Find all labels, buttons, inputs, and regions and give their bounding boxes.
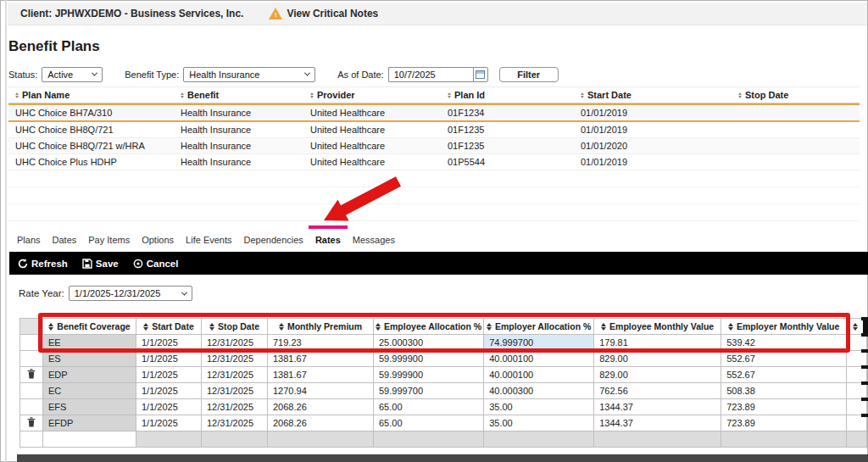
benefit-type-select[interactable]: Health Insurance [183, 67, 315, 82]
column-header-monthly-premium[interactable]: Monthly Premium [268, 319, 374, 335]
rates-row: EC 1/1/2025 12/31/2025 1270.94 59.999700… [20, 383, 867, 399]
tab-rates[interactable]: Rates [314, 234, 342, 246]
column-header-start-date[interactable]: Start Date [574, 90, 732, 100]
monthly-premium-cell[interactable]: 2068.26 [268, 399, 374, 415]
employee-monthly-value-cell[interactable]: 1344.37 [594, 415, 721, 431]
tab-pay-items[interactable]: Pay Items [86, 234, 131, 246]
rates-table-header: Benefit Coverage Start Date Stop Date Mo… [20, 319, 867, 335]
employee-monthly-value-cell[interactable]: 762.56 [594, 383, 721, 399]
start-date-cell[interactable]: 1/1/2025 [136, 383, 202, 399]
delete-row-button[interactable] [27, 369, 36, 379]
employee-allocation-cell[interactable]: 65.00 [374, 399, 484, 415]
employer-monthly-value-cell[interactable]: 552.67 [721, 351, 847, 367]
stop-date-cell[interactable]: 12/31/2025 [202, 383, 268, 399]
employer-allocation-cell-focused[interactable]: 74.999700 [484, 335, 594, 351]
rates-row: EFS 1/1/2025 12/31/2025 2068.26 65.00 35… [20, 399, 867, 415]
view-critical-notes-link[interactable]: ! View Critical Notes [269, 8, 378, 19]
employer-monthly-value-cell[interactable]: 539.42 [721, 335, 847, 351]
employer-allocation-cell[interactable]: 35.00 [484, 399, 594, 415]
column-header-employee-allocation[interactable]: Employee Allocation % [374, 319, 484, 335]
employee-monthly-value-cell[interactable]: 829.00 [594, 367, 721, 383]
monthly-premium-cell[interactable]: 2068.26 [268, 415, 374, 431]
employer-allocation-cell[interactable]: 40.000300 [484, 383, 594, 399]
employer-monthly-value-cell[interactable]: 508.38 [721, 383, 847, 399]
monthly-premium-cell[interactable]: 1381.67 [268, 351, 374, 367]
column-header-stop-date[interactable]: Stop Date [732, 90, 860, 100]
column-header-benefit-coverage[interactable]: Benefit Coverage [43, 319, 136, 335]
employer-monthly-value-cell[interactable]: 723.89 [721, 415, 847, 431]
employer-monthly-value-cell[interactable]: 723.89 [721, 399, 847, 415]
refresh-button[interactable]: Refresh [18, 259, 68, 269]
tab-options[interactable]: Options [140, 234, 175, 246]
plan-row[interactable]: UHC Choice BH8Q/721 Health Insurance Uni… [8, 122, 860, 138]
tab-life-events[interactable]: Life Events [184, 234, 233, 246]
tab-dates[interactable]: Dates [51, 234, 79, 246]
plan-name-cell: UHC Choice Plus HDHP [8, 157, 174, 167]
start-date-cell[interactable]: 1/1/2025 [136, 415, 202, 431]
column-header-employee-monthly-value[interactable]: Employee Monthly Value [594, 319, 721, 335]
cancel-button[interactable]: Cancel [133, 259, 179, 269]
row-actions-cell [20, 351, 43, 367]
employee-monthly-value-cell[interactable]: 179.81 [594, 335, 721, 351]
employee-monthly-value-cell[interactable]: 1344.37 [594, 399, 721, 415]
stop-date-cell[interactable]: 12/31/2025 [202, 399, 268, 415]
plan-row[interactable]: UHC Choice BH8Q/721 w/HRA Health Insuran… [8, 138, 860, 154]
save-button[interactable]: Save [82, 259, 119, 269]
active-tab-indicator [309, 225, 348, 229]
stop-date-cell[interactable]: 12/31/2025 [202, 351, 268, 367]
employee-allocation-cell[interactable]: 59.999900 [374, 351, 484, 367]
benefit-coverage-new-cell[interactable] [43, 431, 136, 448]
as-of-date-input[interactable]: 10/7/2025 [388, 67, 473, 82]
start-date-cell[interactable]: 1/1/2025 [136, 351, 202, 367]
stop-date-cell[interactable]: 12/31/2025 [202, 335, 268, 351]
employee-allocation-cell[interactable]: 65.00 [374, 415, 484, 431]
sort-icon [487, 323, 492, 331]
column-header-employer-monthly-value[interactable]: Employer Monthly Value [721, 319, 847, 335]
employee-allocation-cell[interactable]: 59.999700 [374, 383, 484, 399]
employee-allocation-cell[interactable]: 25.000300 [374, 335, 484, 351]
employer-monthly-value-cell[interactable]: 552.67 [721, 367, 847, 383]
employer-allocation-cell[interactable]: 40.000100 [484, 351, 594, 367]
calendar-button[interactable] [473, 67, 488, 82]
plan-row[interactable]: UHC Choice Plus HDHP Health Insurance Un… [8, 154, 860, 170]
start-date-cell[interactable]: 1/1/2025 [136, 399, 202, 415]
trash-icon [27, 369, 36, 379]
delete-row-button[interactable] [27, 417, 36, 427]
column-header-plan-id[interactable]: Plan Id [441, 90, 574, 100]
employee-monthly-value-cell[interactable]: 829.00 [594, 351, 721, 367]
provider-cell: United Healthcare [303, 141, 441, 151]
monthly-premium-cell[interactable]: 1381.67 [268, 367, 374, 383]
stop-date-cell[interactable]: 12/31/2025 [202, 415, 268, 431]
stop-date-cell[interactable]: 12/31/2025 [202, 367, 268, 383]
monthly-premium-cell[interactable]: 719.23 [268, 335, 374, 351]
plan-name-cell: UHC Choice BH8Q/721 [8, 125, 174, 135]
column-header-stop-date[interactable]: Stop Date [202, 319, 268, 335]
status-value: Active [47, 70, 73, 80]
column-header-provider[interactable]: Provider [303, 90, 441, 100]
tab-plans[interactable]: Plans [15, 234, 42, 246]
tab-messages[interactable]: Messages [351, 234, 397, 246]
monthly-premium-cell[interactable]: 1270.94 [268, 383, 374, 399]
plans-table-header: Plan Name Benefit Provider Plan Id Start… [8, 87, 860, 103]
employer-allocation-cell[interactable]: 35.00 [484, 415, 594, 431]
column-header-employer-allocation[interactable]: Employer Allocation % [484, 319, 594, 335]
plan-row-selected[interactable]: UHC Choice BH7A/310 Health Insurance Uni… [8, 103, 860, 122]
tab-dependencies[interactable]: Dependencies [242, 234, 305, 246]
filter-button[interactable]: Filter [499, 67, 559, 82]
rate-year-select[interactable]: 1/1/2025-12/31/2025 [69, 286, 192, 301]
column-header-benefit[interactable]: Benefit [174, 90, 303, 100]
employer-allocation-cell[interactable]: 40.000100 [484, 367, 594, 383]
rates-toolbar: Refresh Save Cancel [9, 252, 868, 275]
client-bar: Client: JPHWXDEMO - Business Services, I… [8, 3, 867, 25]
start-date-cell[interactable]: 1/1/2025 [136, 367, 202, 383]
column-header-plan-name[interactable]: Plan Name [8, 90, 174, 100]
employee-allocation-cell[interactable]: 59.999900 [374, 367, 484, 383]
rates-new-row [20, 431, 867, 448]
status-select[interactable]: Active [42, 67, 103, 82]
start-date-cell[interactable]: 1/1/2025 [136, 335, 202, 351]
row-actions-cell [20, 399, 43, 415]
sort-icon [48, 323, 53, 331]
column-header-start-date[interactable]: Start Date [136, 319, 202, 335]
window-edge [5, 0, 7, 462]
page-title: Benefit Plans [8, 38, 100, 55]
